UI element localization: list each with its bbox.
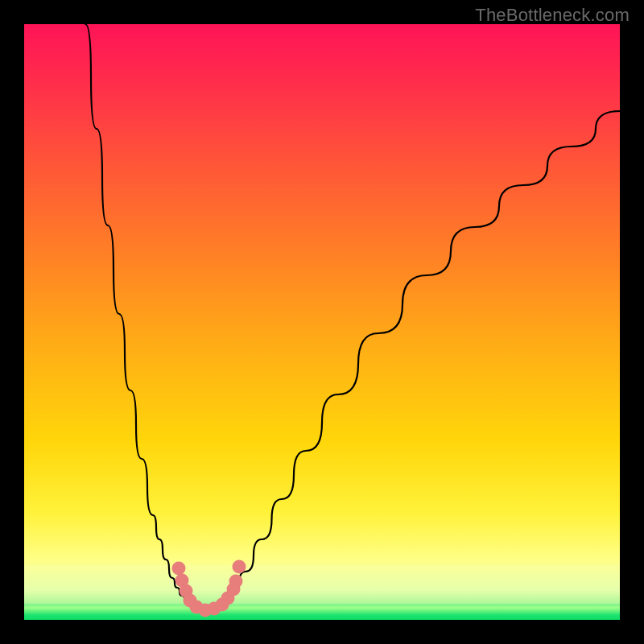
watermark-text: TheBottleneck.com	[475, 5, 630, 26]
marker-dot	[229, 575, 243, 588]
chart-plot-area	[24, 24, 620, 620]
marker-dots	[172, 560, 246, 617]
curve-layer	[24, 24, 620, 620]
marker-dot	[233, 560, 246, 574]
chart-frame: TheBottleneck.com	[0, 0, 644, 644]
bottleneck-curve	[85, 24, 620, 609]
marker-dot	[172, 562, 186, 576]
